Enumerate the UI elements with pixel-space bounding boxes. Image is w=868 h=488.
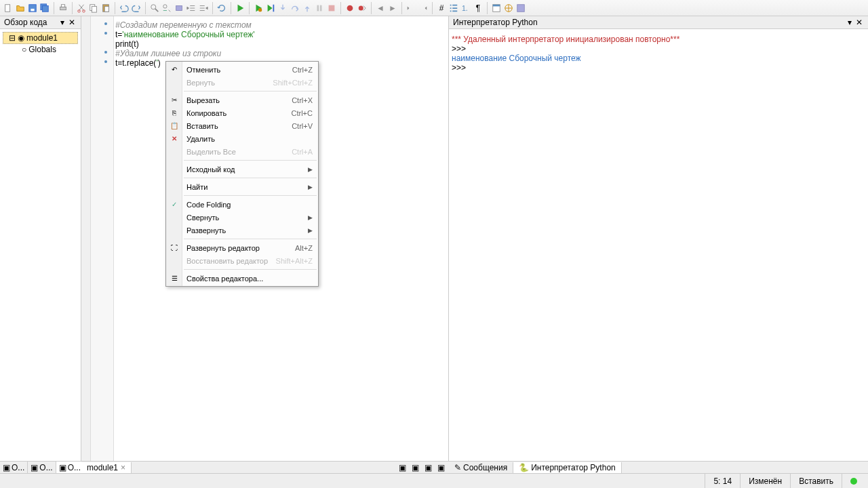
print-icon[interactable] [58,3,68,14]
code-line: #Удалим лишнее из строки [114,49,448,58]
replace-icon[interactable] [161,3,172,14]
svg-rect-20 [320,5,322,11]
list-icon[interactable] [448,3,459,14]
status-led [842,474,868,488]
tree-child[interactable]: ○ Globals [3,44,78,55]
comment-icon[interactable]: # [436,3,447,14]
paste-icon[interactable] [100,3,111,14]
svg-point-23 [359,5,363,10]
panel-close-icon[interactable]: ✕ [854,18,864,27]
tab-interpreter[interactable]: 🐍Интерпретатор Python [513,462,622,473]
ctx-expand-editor[interactable]: ⛶Развернуть редакторAlt+Z [166,241,318,254]
module-icon: ◉ [18,33,24,43]
find-icon[interactable] [149,3,160,14]
pilcrow-icon[interactable]: ¶ [473,3,484,14]
run-to-cursor-icon[interactable] [265,3,276,14]
svg-point-13 [151,4,156,9]
ctx-code-folding[interactable]: ✓Code Folding [166,198,318,211]
dec-indent-icon[interactable] [406,3,416,14]
redo-icon[interactable] [131,3,142,14]
window-icon[interactable] [491,3,502,14]
ctx-delete[interactable]: ✕Удалить [166,132,318,145]
cut-icon[interactable] [76,3,87,14]
indent-icon[interactable] [198,3,209,14]
interpreter-title: Интерпретатор Python [453,18,538,27]
copy-icon[interactable] [88,3,99,14]
new-file-icon[interactable] [3,3,14,14]
outdent-icon[interactable] [186,3,197,14]
interpreter-panel: Интерпретатор Python ▾ ✕ *** Удаленный и… [449,16,868,461]
explorer-tab[interactable]: ▣О... [28,462,56,473]
svg-text:1.: 1. [462,3,468,12]
panel-dropdown-icon[interactable]: ▾ [59,18,66,27]
ed-btn-4[interactable]: ▣ [435,462,446,473]
refresh-icon[interactable] [216,3,227,14]
stop-icon[interactable] [326,3,337,14]
tree-root[interactable]: ⊟ ◉ module1 [3,32,78,44]
svg-rect-28 [517,4,525,12]
inc-indent-icon[interactable] [418,3,429,14]
undo-icon[interactable] [119,3,130,14]
ctx-source-code[interactable]: Исходный код▶ [166,163,318,176]
ctx-cut[interactable]: ✂ВырезатьCtrl+X [166,94,318,106]
svg-rect-6 [61,4,64,7]
ctx-select-all[interactable]: Выделить ВсеCtrl+A [166,145,318,158]
editor-tab[interactable]: module1 × [81,462,132,473]
svg-rect-10 [92,6,96,12]
debug-icon[interactable] [253,3,264,14]
svg-rect-12 [104,6,108,12]
ctx-copy[interactable]: ⎘КопироватьCtrl+C [166,106,318,119]
ctx-expand[interactable]: Развернуть▶ [166,224,318,237]
save-all-icon[interactable] [39,3,50,14]
globals-icon: ○ [22,45,26,54]
pause-icon[interactable] [314,3,325,14]
nav-fwd-icon[interactable]: ► [387,3,398,14]
ctx-editor-props[interactable]: ☰Свойства редактора... [166,272,318,285]
panel-close-icon[interactable]: ✕ [67,18,77,27]
explorer-tab[interactable]: ▣О... [0,462,28,473]
minus-icon: ⊟ [9,33,16,43]
step-out-icon[interactable] [302,3,313,14]
svg-point-15 [163,4,167,7]
panel-dropdown-icon[interactable]: ▾ [846,18,853,27]
explorer-tab[interactable]: ▣О... [56,462,84,473]
save-icon[interactable] [27,3,38,14]
code-line: print(t) [114,39,448,49]
breakpoint-icon[interactable] [344,3,355,14]
interpreter-output[interactable]: *** Удаленный интерпретатор инициализиро… [449,29,868,461]
ed-btn-3[interactable]: ▣ [422,462,433,473]
ctx-find[interactable]: Найти▶ [166,180,318,193]
fold-gutter [81,16,91,461]
numbers-icon[interactable]: 1. [460,3,471,14]
nav-icon[interactable] [503,3,514,14]
step-into-icon[interactable] [277,3,288,14]
status-position: 5: 14 [705,474,740,488]
run-icon[interactable] [235,3,245,14]
close-tab-icon[interactable]: × [121,463,125,472]
settings-icon[interactable] [515,3,526,14]
ed-btn-1[interactable]: ▣ [397,462,408,473]
svg-rect-0 [5,4,10,12]
tab-messages[interactable]: ✎Сообщения [449,462,513,473]
ctx-collapse[interactable]: Свернуть▶ [166,211,318,224]
main-toolbar: ◄ ► # 1. ¶ [0,0,868,16]
svg-rect-19 [317,5,319,11]
nav-back-icon[interactable]: ◄ [375,3,386,14]
step-over-icon[interactable] [290,3,300,14]
panel-header: Обзор кода ▾ ✕ [0,16,81,29]
svg-rect-4 [43,5,49,12]
status-bar: 5: 14 Изменён Вставить [0,473,868,488]
ctx-redo: ВернутьShift+Ctrl+Z [166,76,318,89]
ed-btn-2[interactable]: ▣ [410,462,420,473]
open-icon[interactable] [15,3,26,14]
editor-tabs: module1 × ▣ ▣ ▣ ▣ [81,461,449,473]
svg-rect-2 [31,8,34,11]
bookmark-icon[interactable] [174,3,184,14]
status-modified: Изменён [740,474,790,488]
ctx-undo[interactable]: ↶ОтменитьCtrl+Z [166,63,318,76]
code-line: #Создадим переменную с текстом [114,20,448,30]
svg-rect-21 [329,5,335,11]
ctx-paste[interactable]: 📋ВставитьCtrl+V [166,119,318,132]
clear-breakpoints-icon[interactable] [357,3,368,14]
interpreter-tabs: ✎Сообщения 🐍Интерпретатор Python [449,461,868,473]
